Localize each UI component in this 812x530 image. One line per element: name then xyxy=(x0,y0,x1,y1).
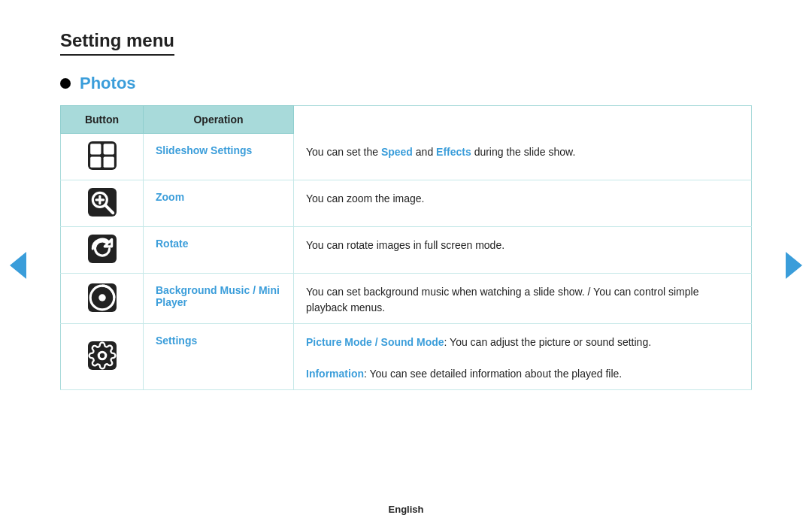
table-row: Slideshow SettingsYou can set the Speed … xyxy=(61,134,752,180)
feature-cell-settings: Settings xyxy=(144,324,294,390)
col-header-button: Button xyxy=(61,106,144,134)
icon-cell-rotate xyxy=(61,227,144,274)
feature-name-rotate: Rotate xyxy=(156,238,189,250)
feature-name-zoom: Zoom xyxy=(156,191,184,203)
feature-cell-slideshow: Slideshow Settings xyxy=(144,134,294,180)
rotate-icon xyxy=(88,235,117,263)
page-title: Setting menu xyxy=(60,30,174,56)
svg-line-5 xyxy=(105,205,112,213)
feature-name-slideshow: Slideshow Settings xyxy=(156,144,252,156)
settings-icon xyxy=(88,341,117,370)
operation-cell-zoom: You can zoom the image. xyxy=(294,180,752,227)
svg-rect-3 xyxy=(103,157,114,168)
feature-cell-bgmusic: Background Music / Mini Player xyxy=(144,274,294,324)
operation-cell-settings: Picture Mode / Sound Mode: You can adjus… xyxy=(294,324,752,390)
table-row: ZoomYou can zoom the image. xyxy=(61,180,752,227)
svg-rect-1 xyxy=(103,144,114,154)
footer-language: English xyxy=(0,504,812,515)
col-header-operation: Operation xyxy=(144,106,294,134)
svg-rect-2 xyxy=(90,157,101,168)
svg-point-9 xyxy=(98,294,106,301)
settings-table: Button Operation Slideshow SettingsYou c… xyxy=(60,105,752,390)
icon-cell-settings xyxy=(61,324,144,390)
feature-cell-zoom: Zoom xyxy=(144,180,294,227)
operation-cell-rotate: You can rotate images in full screen mod… xyxy=(294,227,752,274)
section-bullet xyxy=(60,78,71,89)
feature-cell-rotate: Rotate xyxy=(144,227,294,274)
operation-cell-slideshow: You can set the Speed and Effects during… xyxy=(294,134,752,180)
icon-cell-slideshow xyxy=(61,134,144,180)
svg-rect-0 xyxy=(90,144,101,154)
section-header: Photos xyxy=(60,74,752,93)
bgmusic-icon xyxy=(88,283,117,312)
feature-name-settings: Settings xyxy=(156,335,197,347)
information-label: Information xyxy=(306,368,364,380)
table-row: Background Music / Mini PlayerYou can se… xyxy=(61,274,752,324)
section-title: Photos xyxy=(80,74,136,93)
svg-point-10 xyxy=(98,352,106,359)
table-row: SettingsPicture Mode / Sound Mode: You c… xyxy=(61,324,752,390)
slideshow-icon xyxy=(88,141,117,170)
feature-name-bgmusic: Background Music / Mini Player xyxy=(156,284,280,308)
table-row: RotateYou can rotate images in full scre… xyxy=(61,227,752,274)
zoom-icon xyxy=(88,188,117,217)
icon-cell-zoom xyxy=(61,180,144,227)
icon-cell-bgmusic xyxy=(61,274,144,324)
picture-sound-mode-label: Picture Mode / Sound Mode xyxy=(306,336,444,348)
operation-cell-bgmusic: You can set background music when watchi… xyxy=(294,274,752,324)
